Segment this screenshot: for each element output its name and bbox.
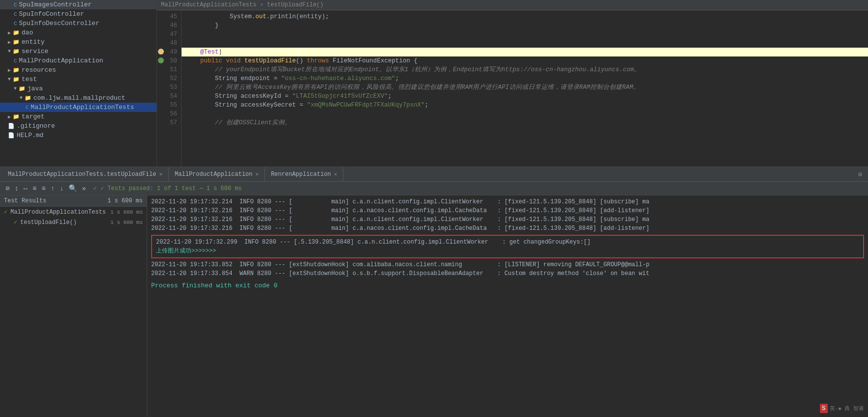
code-editor: MallProductApplicationTests › testUpload… bbox=[157, 0, 868, 167]
sidebar-label: SpuInfoDescController bbox=[19, 20, 100, 27]
folder-icon: 📁 bbox=[13, 48, 20, 55]
tab-close-icon[interactable]: ✕ bbox=[159, 171, 162, 177]
sidebar-item-target[interactable]: ▶ 📁 target bbox=[0, 112, 157, 121]
line-50: 50 bbox=[157, 56, 181, 65]
highlighted-log-box: 2022-11-20 19:17:32.299 INFO 8280 --- [.… bbox=[151, 235, 864, 258]
folder-icon: 📁 bbox=[13, 76, 20, 83]
sidebar-label: dao bbox=[22, 29, 33, 36]
tab-run-test[interactable]: MallProductApplicationTests.testUploadFi… bbox=[2, 167, 169, 182]
sidebar-item-service[interactable]: ▼ 📁 service bbox=[0, 47, 157, 56]
expand-btn[interactable]: ≡ bbox=[40, 184, 47, 193]
sidebar-item-package[interactable]: ▼ 📁 com.ljw.mall.mallproduct bbox=[0, 93, 157, 103]
sidebar-label: .gitignore bbox=[17, 122, 55, 130]
up-btn[interactable]: ↑ bbox=[49, 184, 56, 193]
sidebar-label: target bbox=[22, 113, 45, 120]
test-results-header: Test Results 1 s 600 ms bbox=[0, 195, 147, 207]
code-line-47 bbox=[182, 30, 868, 39]
line-47: 47 bbox=[157, 30, 181, 39]
pass-icon: ✓ bbox=[14, 219, 17, 226]
watermark-logo: S bbox=[820, 404, 828, 413]
run-status-text: ✓ Tests passed: 1 of 1 test — 1 s 600 ms bbox=[101, 185, 242, 192]
class-icon: C bbox=[14, 11, 17, 17]
line-numbers: 45 46 47 48 49 50 51 52 53 54 55 56 57 bbox=[157, 10, 182, 167]
sort-btn[interactable]: ≡ bbox=[31, 184, 38, 193]
code-line-56 bbox=[182, 110, 868, 118]
tab-mallproduct[interactable]: MallProductApplication ✕ bbox=[169, 167, 265, 182]
line-45: 45 bbox=[157, 12, 181, 21]
sidebar-label: SpuImagesController bbox=[19, 1, 92, 8]
expand-icon: ▶ bbox=[8, 67, 11, 73]
tab-close-icon[interactable]: ✕ bbox=[334, 171, 338, 177]
sidebar-label: resources bbox=[22, 66, 56, 74]
class-icon: C bbox=[14, 21, 17, 27]
tab-label: MallProductApplicationTests.testUploadFi… bbox=[8, 171, 156, 178]
log-line-2: 2022-11-20 19:17:32.216 INFO 8280 --- [ … bbox=[151, 206, 864, 215]
sidebar-label: HELP.md bbox=[17, 132, 44, 139]
sidebar-item-test[interactable]: ▼ 📁 test bbox=[0, 75, 157, 84]
test-results-duration: 1 s 600 ms bbox=[107, 197, 143, 204]
line-46: 46 bbox=[157, 21, 181, 30]
expand-icon: ▼ bbox=[8, 77, 11, 82]
sidebar-item-SpuInfoDescController[interactable]: C SpuInfoDescController bbox=[0, 19, 157, 28]
tab-renren[interactable]: RenrenApplication ✕ bbox=[265, 167, 343, 182]
run-toolbar: ⊘ ↕ ↔ ≡ ≡ ↑ ↓ 🔍 » ✓ ✓ Tests passed: 1 of… bbox=[0, 182, 868, 195]
sidebar-label: service bbox=[22, 48, 49, 55]
process-finished: Process finished with exit code 0 bbox=[151, 282, 864, 289]
test-method-item[interactable]: ✓ testUploadFile() 1 s 600 ms bbox=[0, 217, 147, 227]
expand-icon: ▼ bbox=[20, 95, 23, 101]
sidebar-item-SpuImagesController[interactable]: C SpuImagesController bbox=[0, 0, 157, 9]
expand-icon: ▶ bbox=[8, 30, 11, 36]
test-results-panel: Test Results 1 s 600 ms ✓ MallProductApp… bbox=[0, 195, 147, 417]
sidebar-label: test bbox=[22, 76, 37, 83]
line-48: 48 bbox=[157, 39, 181, 48]
code-line-52: String endpoint = "oss-cn-huhehaote.aliy… bbox=[182, 74, 868, 83]
console-output[interactable]: 2022-11-20 19:17:32.214 INFO 8280 --- [ … bbox=[147, 195, 868, 417]
sidebar-item-gitignore[interactable]: 📄 .gitignore bbox=[0, 121, 157, 131]
test-method-label: testUploadFile() bbox=[20, 219, 77, 226]
sidebar-item-dao[interactable]: ▶ 📁 dao bbox=[0, 28, 157, 37]
stop-btn[interactable]: ⊘ bbox=[4, 184, 11, 193]
sidebar-label: com.ljw.mall.mallproduct bbox=[33, 94, 125, 102]
test-suite-item[interactable]: ✓ MallProductApplicationTests 1 s 600 ms bbox=[0, 207, 147, 217]
java-icon: C bbox=[14, 58, 17, 64]
code-line-54: String accessKeyId = "LTAI5tGopjcr41fSvU… bbox=[182, 92, 868, 101]
code-line-46: } bbox=[182, 21, 868, 30]
sidebar-item-entity[interactable]: ▶ 📁 entity bbox=[0, 37, 157, 47]
test-suite-label: MallProductApplicationTests bbox=[10, 209, 105, 216]
breadcrumb-text: MallProductApplicationTests › testUpload… bbox=[161, 1, 323, 8]
sidebar-label: MallProductApplicationTests bbox=[31, 104, 134, 111]
folder-icon: 📁 bbox=[13, 113, 20, 120]
line-53: 53 bbox=[157, 83, 181, 92]
sidebar-item-resources[interactable]: ▶ 📁 resources bbox=[0, 65, 157, 75]
tab-close-icon[interactable]: ✕ bbox=[256, 171, 259, 177]
code-line-48 bbox=[182, 39, 868, 48]
line-55: 55 bbox=[157, 101, 181, 110]
settings-icon[interactable]: ⚙ bbox=[854, 168, 866, 180]
sidebar-label: SpuInfoController bbox=[19, 10, 84, 18]
sidebar-item-SpuInfoController[interactable]: C SpuInfoController bbox=[0, 9, 157, 19]
expand-icon: ▼ bbox=[8, 49, 11, 54]
sidebar-item-MallProductApplicationTests[interactable]: C MallProductApplicationTests bbox=[0, 103, 157, 112]
more-btn[interactable]: » bbox=[80, 184, 87, 193]
bottom-panel: MallProductApplicationTests.testUploadFi… bbox=[0, 167, 868, 417]
file-icon: 📄 bbox=[8, 123, 15, 129]
code-line-51: // yourEndpoint填写Bucket所在地域对应的Endpoint。以… bbox=[182, 65, 868, 74]
sidebar-item-java[interactable]: ▼ 📁 java bbox=[0, 84, 157, 93]
rerun-failed-btn[interactable]: ↔ bbox=[22, 184, 29, 193]
rerun-btn[interactable]: ↕ bbox=[13, 184, 20, 193]
breadcrumb: MallProductApplicationTests › testUpload… bbox=[157, 0, 868, 10]
folder-icon: 📁 bbox=[13, 39, 20, 45]
code-line-49: @Test| bbox=[182, 48, 868, 56]
down-btn[interactable]: ↓ bbox=[58, 184, 65, 193]
log-line-after-2: 2022-11-20 19:17:33.854 WARN 8280 --- [e… bbox=[151, 269, 864, 278]
sidebar-item-HELPMD[interactable]: 📄 HELP.md bbox=[0, 131, 157, 140]
code-content[interactable]: System.out.println(entity); } @Test| pub… bbox=[182, 10, 868, 167]
search-icon[interactable]: 🔍 bbox=[67, 184, 79, 193]
folder-icon: 📁 bbox=[13, 67, 20, 73]
tab-bar: MallProductApplicationTests.testUploadFi… bbox=[0, 167, 868, 182]
code-line-45: System.out.println(entity); bbox=[182, 12, 868, 21]
test-results-title: Test Results bbox=[4, 197, 46, 204]
expand-icon: ▶ bbox=[8, 39, 11, 45]
sidebar-label: MallProductApplication bbox=[19, 57, 104, 64]
sidebar-item-MallProductApplication[interactable]: C MallProductApplication bbox=[0, 56, 157, 65]
